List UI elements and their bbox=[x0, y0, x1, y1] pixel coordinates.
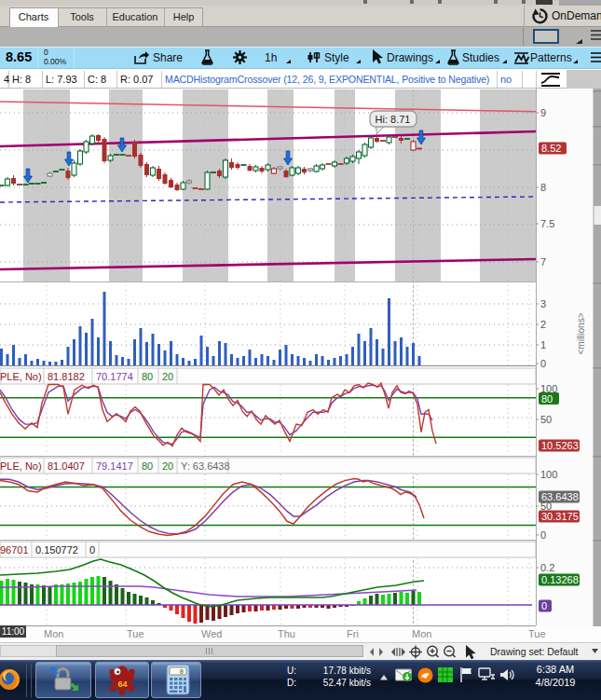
svg-text:1: 1 bbox=[540, 339, 546, 350]
svg-text:81.0407: 81.0407 bbox=[48, 460, 85, 472]
svg-text:64: 64 bbox=[117, 679, 127, 689]
svg-text:30.3175: 30.3175 bbox=[541, 511, 579, 522]
svg-text:0: 0 bbox=[180, 668, 184, 676]
svg-text:96701: 96701 bbox=[0, 544, 29, 556]
svg-text:2: 2 bbox=[540, 319, 546, 330]
svg-text:9: 9 bbox=[540, 107, 546, 118]
svg-text:20: 20 bbox=[162, 460, 173, 472]
svg-text:79.1417: 79.1417 bbox=[96, 460, 133, 472]
svg-text:0: 0 bbox=[540, 529, 546, 541]
svg-text:81.8182: 81.8182 bbox=[48, 371, 85, 382]
svg-text:<millions>: <millions> bbox=[576, 312, 586, 354]
svg-text:50: 50 bbox=[540, 414, 552, 425]
svg-text:7: 7 bbox=[540, 256, 546, 268]
svg-text:0.2: 0.2 bbox=[540, 562, 554, 573]
svg-text:20: 20 bbox=[162, 371, 173, 382]
svg-text:80: 80 bbox=[541, 393, 553, 405]
svg-text:0: 0 bbox=[541, 600, 547, 611]
svg-text:0: 0 bbox=[89, 544, 95, 556]
svg-text:80: 80 bbox=[142, 460, 153, 472]
svg-text:PLE, No): PLE, No) bbox=[0, 460, 42, 472]
svg-text:10.5263: 10.5263 bbox=[541, 440, 579, 451]
svg-text:Y: 63.6438: Y: 63.6438 bbox=[181, 460, 230, 472]
svg-text:8: 8 bbox=[540, 182, 546, 193]
svg-text:7.5: 7.5 bbox=[540, 218, 554, 229]
svg-text:8.52: 8.52 bbox=[541, 143, 561, 154]
svg-text:0.150772: 0.150772 bbox=[35, 544, 78, 556]
svg-text:0: 0 bbox=[540, 358, 546, 369]
svg-text:0.13268: 0.13268 bbox=[541, 574, 579, 585]
svg-text:3: 3 bbox=[540, 298, 546, 309]
svg-text:80: 80 bbox=[142, 371, 153, 382]
svg-text:PLE, No): PLE, No) bbox=[0, 371, 42, 382]
svg-text:Hi: 8.71: Hi: 8.71 bbox=[376, 114, 411, 125]
svg-text:100: 100 bbox=[540, 469, 557, 480]
svg-text:70.1774: 70.1774 bbox=[96, 371, 133, 382]
